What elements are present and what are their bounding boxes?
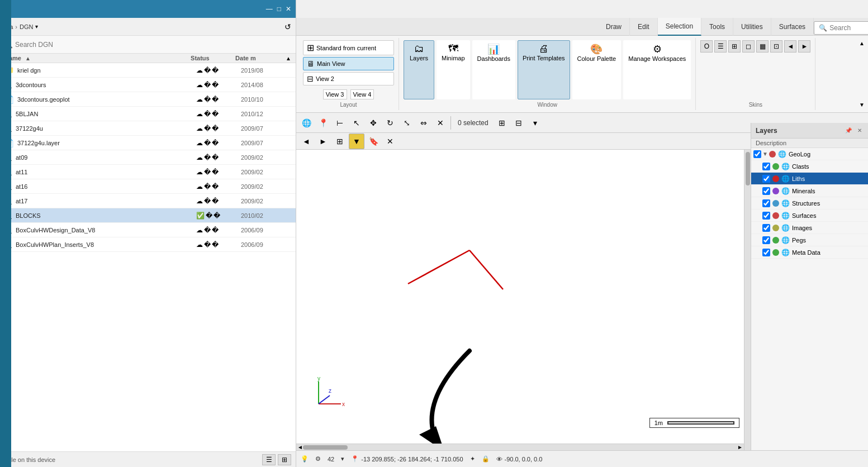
breadcrumb-dgn[interactable]: DGN [20,23,33,30]
scale-tool-btn[interactable]: ⤡ [399,115,415,131]
ribbon-search-input[interactable] [829,24,868,32]
file-close-btn[interactable]: ✕ [286,5,291,13]
move-tool-btn[interactable]: ✥ [366,115,381,131]
file-list-item[interactable]: 〽 BoxCulvHWDesign_Data_V8 ☁🔒 2006/09 [0,223,296,237]
skin-btn-3[interactable]: ⊞ [728,40,741,53]
statusbar-zoom-dropdown[interactable]: ▾ [341,455,344,463]
footer-grid-view-btn[interactable]: ⊞ [278,454,291,465]
layers-close-btn[interactable]: ✕ [856,127,864,134]
layer-visibility-checkbox[interactable] [762,212,770,220]
col-name-sort-icon[interactable]: ▲ [25,55,31,61]
select-dropdown-btn[interactable]: ▾ [528,115,543,131]
file-list-item[interactable]: 〽 BLOCKS ✅🔒 2010/02 [0,208,296,223]
standard-from-current-btn[interactable]: ⊞ Standard from current [303,40,394,55]
view2-btn[interactable]: ⊟ View 2 [303,72,394,85]
tab-edit[interactable]: Edit [630,18,658,36]
rotate-tool-btn[interactable]: ↻ [382,115,398,131]
layer-visibility-checkbox[interactable] [762,163,770,170]
grid-btn[interactable]: ⊞ [332,134,348,149]
dashboards-btn[interactable]: 📊 Dashboards [472,40,515,99]
colour-palette-btn[interactable]: 🎨 Colour Palette [572,40,622,99]
layer-expand-icon[interactable]: ▼ [762,151,768,157]
layer-item[interactable]: 🌐 Liths [751,173,868,185]
layer-visibility-checkbox[interactable] [762,224,770,232]
file-maximize-btn[interactable]: □ [277,5,281,13]
viewport-h-scrollbar[interactable]: ◄ ► [296,444,744,450]
minimap-btn[interactable]: 🗺 Minimap [437,40,470,99]
footer-list-view-btn[interactable]: ☰ [262,454,276,465]
tab-draw[interactable]: Draw [598,18,630,36]
h-scroll-left[interactable]: ◄ [297,444,303,450]
h-scroll-right[interactable]: ► [737,444,743,450]
layer-item[interactable]: 🌐 Minerals [751,185,868,197]
select-all-btn[interactable]: ⊞ [494,115,510,131]
layer-visibility-checkbox[interactable] [762,175,770,183]
mirror-tool-btn[interactable]: ⇔ [416,115,431,131]
file-list-item[interactable]: 〽 at09 ☁🔒 2009/02 [0,150,296,165]
search-input[interactable] [15,41,291,49]
col-scroll-up[interactable]: ▲ [286,55,291,61]
layer-visibility-checkbox[interactable] [762,187,770,195]
ribbon-scroll-up[interactable]: ▲ [859,40,865,46]
layers-btn[interactable]: 🗂 Layers [404,40,434,99]
file-list-item[interactable]: 📄 3dcontours.geoplot ☁🔒 2010/10 [0,92,296,107]
h-scrollbar-thumb[interactable] [303,445,348,450]
file-list-item[interactable]: 📁 kriel dgn ☁🔒 2019/08 [0,63,296,78]
file-list-item[interactable]: 〽 5BLJAN ☁🔒 2010/12 [0,107,296,121]
close-view-btn[interactable]: ✕ [382,134,398,149]
arrow-left-btn[interactable]: ◄ [298,134,314,149]
delete-tool-btn[interactable]: ✕ [433,115,448,131]
skin-btn-5[interactable]: ▦ [756,40,769,53]
layer-visibility-checkbox[interactable] [762,249,770,256]
select-grid-btn[interactable]: ⊟ [511,115,527,131]
tab-tools[interactable]: Tools [701,18,733,36]
layers-scrollbar-thumb[interactable] [746,152,750,185]
arrow-right-btn[interactable]: ► [315,134,331,149]
layer-item[interactable]: 🌐 Surfaces [751,209,868,222]
file-date: 2009/02 [241,198,291,204]
crop-tool-btn[interactable]: ⊢ [332,115,348,131]
skin-btn-2[interactable]: ☰ [714,40,727,53]
layers-scrollbar[interactable] [744,150,751,450]
manage-workspaces-btn[interactable]: ⚙ Manage Workspaces [623,40,691,99]
layer-visibility-checkbox[interactable] [762,199,770,207]
globe-tool-btn[interactable]: 🌐 [298,115,314,131]
file-name: at17 [16,198,196,204]
color-btn[interactable]: ▼ [349,134,364,149]
bookmark-btn[interactable]: 🔖 [366,134,381,149]
tab-surfaces[interactable]: Surfaces [771,18,814,36]
pin-tool-btn[interactable]: 📍 [315,115,331,131]
ribbon-scroll-down[interactable]: ▼ [859,102,865,108]
print-templates-btn[interactable]: 🖨 Print Templates [518,40,570,99]
file-list-item[interactable]: 〽 3dcontours ☁🔒 2014/08 [0,78,296,92]
view3-btn[interactable]: View 3 [323,89,347,99]
skin-nav-next[interactable]: ► [798,40,810,53]
file-list-item[interactable]: 〽 at17 ☁🔒 2009/02 [0,194,296,208]
layer-visibility-checkbox[interactable] [753,150,761,158]
layer-item[interactable]: 🌐 Meta Data [751,246,868,259]
skin-office-btn[interactable]: O [700,40,713,53]
refresh-btn[interactable]: ↺ [284,22,291,31]
layers-pin-btn[interactable]: 📌 [843,127,853,134]
skin-nav-prev[interactable]: ◄ [784,40,796,53]
layer-item[interactable]: 🌐 Images [751,222,868,234]
breadcrumb-dropdown[interactable]: ▾ [35,23,38,30]
file-minimize-btn[interactable]: — [266,5,273,13]
select-tool-btn[interactable]: ↖ [349,115,364,131]
file-list-item[interactable]: 📄 37122g4u.layer ☁🔒 2009/07 [0,136,296,150]
layer-item[interactable]: 🌐 Pegs [751,234,868,246]
skin-btn-4[interactable]: ◻ [742,40,755,53]
view4-btn[interactable]: View 4 [350,89,374,99]
layer-item[interactable]: 🌐 Structures [751,197,868,209]
layer-item[interactable]: 🌐 Clasts [751,160,868,173]
file-list-item[interactable]: 〽 at11 ☁🔒 2009/02 [0,165,296,179]
skin-btn-6[interactable]: ⊡ [770,40,782,53]
tab-selection[interactable]: Selection [658,18,701,36]
layer-item[interactable]: ▼ 🌐 GeoLog [751,148,868,160]
file-list-item[interactable]: 〽 at16 ☁🔒 2009/02 [0,179,296,194]
tab-utilities[interactable]: Utilities [733,18,771,36]
main-view-btn[interactable]: 🖥 Main View [303,57,394,70]
file-list-item[interactable]: 〽 BoxCulvHWPlan_Inserts_V8 ☁🔒 2006/09 [0,237,296,252]
layer-visibility-checkbox[interactable] [762,236,770,244]
file-list-item[interactable]: 〽 37122g4u ☁🔒 2009/07 [0,121,296,136]
